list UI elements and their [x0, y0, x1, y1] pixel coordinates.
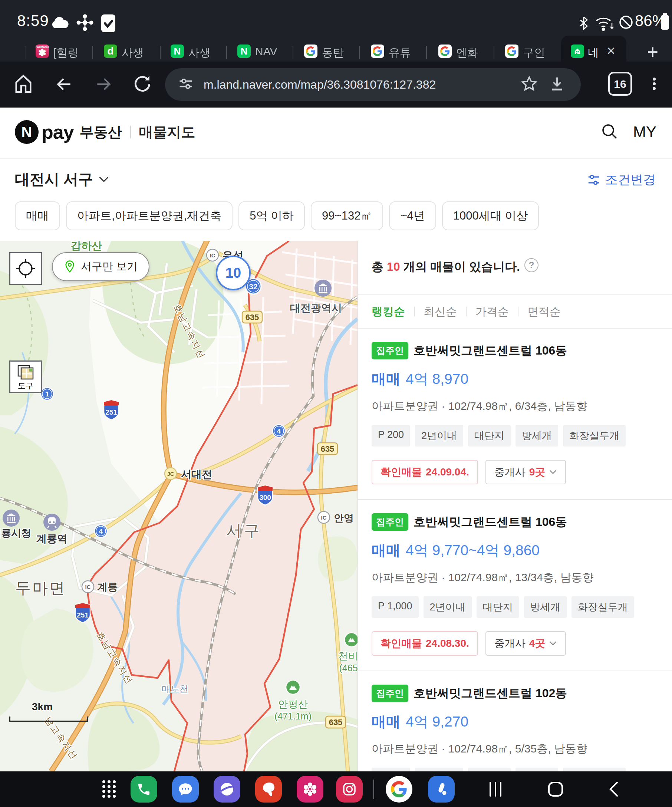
listing-title: 호반써밋그랜드센트럴 102동: [413, 685, 567, 702]
map-label-jc: 서대전: [181, 468, 212, 480]
svg-text:1: 1: [45, 390, 49, 398]
back-icon[interactable]: [54, 75, 74, 95]
layers-icon: [17, 365, 34, 380]
sort-ranking[interactable]: 랭킹순: [372, 304, 405, 319]
naver-pay-header: N pay 부동산 매물지도 MY: [0, 108, 672, 159]
wifi-network-icon: [594, 14, 616, 33]
active-browser-tab[interactable]: 네 ✕: [561, 36, 626, 61]
listing-price: 4억 9,270: [406, 712, 468, 732]
site-settings-icon[interactable]: [178, 76, 194, 93]
confirmed-listing-box: 확인매물24.09.04.: [372, 460, 478, 484]
flower-app-icon[interactable]: [297, 776, 324, 802]
back-nav-button[interactable]: [607, 780, 620, 800]
naver-favicon: N: [171, 45, 184, 58]
map-label-district: 서구: [226, 522, 262, 539]
messages-app-icon[interactable]: [172, 776, 199, 802]
browser-toolbar: m.land.naver.com/map/36.3081076:127.382 …: [0, 61, 672, 108]
svg-text:4: 4: [99, 527, 103, 535]
listings-panel: 총 10 개의 매물이 있습니다. ? 랭킹순 최신순 가격순 면적순 집주인호…: [357, 241, 672, 771]
bluetooth-icon: [577, 14, 591, 33]
listing-title: 호반써밋그랜드센트럴 106동: [413, 514, 567, 530]
owner-badge: 집주인: [372, 342, 408, 359]
map-label-ic: 안영: [334, 513, 354, 524]
svg-text:(471.1m): (471.1m): [274, 711, 312, 721]
svg-text:32: 32: [249, 282, 257, 291]
instagram-app-icon[interactable]: [336, 776, 363, 802]
my-location-button[interactable]: [9, 252, 42, 285]
apps-grid-icon[interactable]: [96, 776, 123, 802]
home-nav-button[interactable]: [547, 780, 564, 800]
download-icon[interactable]: [549, 75, 566, 94]
red-app-icon[interactable]: [255, 776, 282, 802]
filter-chip-price[interactable]: 5억 이하: [239, 201, 305, 230]
svg-text:635: 635: [246, 313, 259, 322]
listing-card[interactable]: 집주인호반써밋그랜드센트럴 102동 매매4억 9,270 아파트분양권 · 1…: [358, 671, 672, 771]
svg-text:251: 251: [105, 408, 117, 416]
listing-price: 4억 8,970: [406, 369, 468, 389]
map-tools-button[interactable]: 도구: [9, 360, 42, 393]
bookmark-star-icon[interactable]: [520, 75, 538, 94]
google-favicon: [371, 45, 384, 58]
filter-chip-households[interactable]: 1000세대 이상: [442, 201, 539, 230]
district-only-toggle[interactable]: 서구만 보기: [52, 252, 149, 281]
svg-text:IC: IC: [321, 515, 327, 521]
weather-cloud-icon: [50, 14, 70, 32]
result-count: 10: [387, 260, 400, 273]
help-icon[interactable]: ?: [524, 258, 539, 272]
region-selector[interactable]: 대전시 서구: [15, 169, 110, 189]
listing-card[interactable]: 집주인호반써밋그랜드센트럴 106동 매매4억 9,770~4억 9,860 아…: [358, 500, 672, 671]
svg-text:(465.6: (465.6: [339, 663, 357, 673]
filter-chip-row: 매매 아파트,아파트분양권,재건축 5억 이하 99~132㎡ ~4년 1000…: [0, 201, 672, 231]
tab-switcher-button[interactable]: 16: [608, 72, 632, 96]
filter-chip-age[interactable]: ~4년: [389, 201, 436, 230]
sort-bar: 랭킹순 최신순 가격순 면적순: [358, 295, 672, 328]
google-favicon: [438, 45, 452, 58]
my-menu[interactable]: MY: [633, 123, 656, 141]
agents-dropdown[interactable]: 중개사4곳: [485, 631, 566, 656]
filter-chip-trade[interactable]: 매매: [15, 201, 60, 230]
listing-card[interactable]: 집주인호반써밋그랜드센트럴 106동 매매4억 8,970 아파트분양권 · 1…: [358, 329, 672, 499]
samsung-internet-app-icon[interactable]: [214, 776, 240, 802]
sort-newest[interactable]: 최신순: [423, 304, 457, 319]
change-conditions-button[interactable]: 조건변경: [587, 171, 656, 188]
notification-checkbox-icon: [101, 14, 116, 34]
agents-dropdown[interactable]: 중개사9곳: [485, 460, 566, 484]
search-icon[interactable]: [601, 122, 618, 142]
location-pin-icon: [64, 260, 76, 273]
chevron-down-icon: [549, 469, 557, 475]
mute-block-icon: [618, 14, 634, 32]
sort-area[interactable]: 면적순: [528, 304, 561, 319]
map-label-stream: 매노천: [162, 684, 188, 694]
blue-app-icon[interactable]: [428, 776, 455, 802]
svg-text:IC: IC: [210, 252, 216, 259]
brand-logo[interactable]: N pay 부동산 매물지도: [15, 120, 196, 144]
ipadmarket-favicon: iPadMarket✽: [36, 45, 49, 58]
battery-icon: [660, 13, 670, 32]
menu-dots-icon[interactable]: [646, 73, 662, 96]
clock: 8:59: [17, 12, 49, 30]
map-label-mountain: 갑하산: [71, 241, 102, 251]
map-graphics: 251 251 300 1 4 4 32 635 635 635 IC IC I…: [0, 241, 357, 771]
listing-desc: 아파트분양권 · 102/74.98㎡, 13/34층, 남동향: [372, 570, 658, 585]
recents-nav-button[interactable]: [488, 780, 503, 800]
reload-icon[interactable]: [132, 73, 153, 96]
map-canvas[interactable]: 251 251 300 1 4 4 32 635 635 635 IC IC I…: [0, 241, 357, 771]
sort-price[interactable]: 가격순: [475, 304, 509, 319]
home-icon[interactable]: [13, 73, 34, 96]
tab-close-icon[interactable]: ✕: [606, 45, 616, 58]
listing-cluster-marker[interactable]: 10: [216, 256, 251, 291]
forward-icon[interactable]: [93, 75, 113, 95]
new-tab-button[interactable]: +: [642, 42, 664, 64]
naver-favicon: N: [237, 45, 251, 58]
filter-chip-area[interactable]: 99~132㎡: [311, 201, 383, 230]
filter-header: 대전시 서구 조건변경: [0, 159, 672, 201]
google-app-icon[interactable]: [386, 776, 412, 802]
url-text: m.land.naver.com/map/36.3081076:127.382: [204, 78, 519, 91]
svg-text:251: 251: [77, 611, 89, 619]
filter-chip-type[interactable]: 아파트,아파트분양권,재건축: [66, 201, 232, 230]
owner-badge: 집주인: [372, 513, 408, 531]
phone-app-icon[interactable]: [131, 776, 157, 802]
url-bar[interactable]: m.land.naver.com/map/36.3081076:127.382: [165, 68, 581, 101]
svg-text:IC: IC: [85, 584, 91, 590]
listing-price: 4억 9,770~4억 9,860: [406, 540, 539, 560]
